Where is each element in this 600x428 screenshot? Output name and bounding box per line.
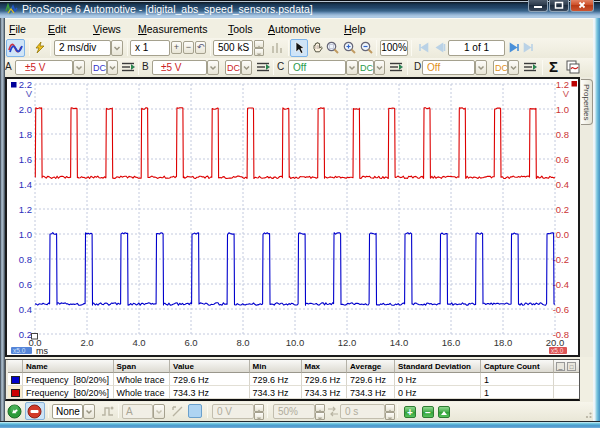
svg-text:4.0: 4.0	[132, 337, 145, 348]
svg-text:1.8: 1.8	[19, 129, 32, 140]
svg-text:1.0: 1.0	[556, 104, 569, 115]
svg-text:10.0: 10.0	[286, 337, 305, 348]
svg-text:x5.0: x5.0	[13, 347, 26, 354]
svg-text:1.2: 1.2	[19, 204, 32, 215]
svg-text:12.0: 12.0	[338, 337, 357, 348]
svg-text:0.2: 0.2	[556, 204, 569, 215]
svg-text:2.0: 2.0	[19, 104, 32, 115]
svg-text:1.4: 1.4	[19, 179, 32, 190]
svg-text:0.4: 0.4	[556, 179, 569, 190]
svg-text:-0.4: -0.4	[553, 279, 569, 290]
svg-text:V: V	[563, 88, 570, 99]
svg-text:0.0: 0.0	[556, 229, 569, 240]
svg-text:14.0: 14.0	[390, 337, 409, 348]
svg-text:-0.6: -0.6	[553, 304, 569, 315]
svg-text:-0.2: -0.2	[553, 254, 569, 265]
svg-text:16.0: 16.0	[442, 337, 461, 348]
svg-text:6.0: 6.0	[184, 337, 197, 348]
svg-text:0.8: 0.8	[556, 129, 569, 140]
svg-text:0.6: 0.6	[556, 154, 569, 165]
svg-text:0.4: 0.4	[19, 304, 32, 315]
svg-text:18.0: 18.0	[494, 337, 513, 348]
svg-text:1.6: 1.6	[19, 154, 32, 165]
svg-text:ms: ms	[36, 346, 48, 356]
svg-text:8.0: 8.0	[236, 337, 249, 348]
svg-text:V: V	[26, 88, 33, 99]
svg-text:x5.0: x5.0	[551, 347, 564, 354]
svg-text:0.8: 0.8	[19, 254, 32, 265]
svg-text:2.0: 2.0	[80, 337, 93, 348]
svg-text:1.0: 1.0	[19, 229, 32, 240]
svg-text:0.6: 0.6	[19, 279, 32, 290]
